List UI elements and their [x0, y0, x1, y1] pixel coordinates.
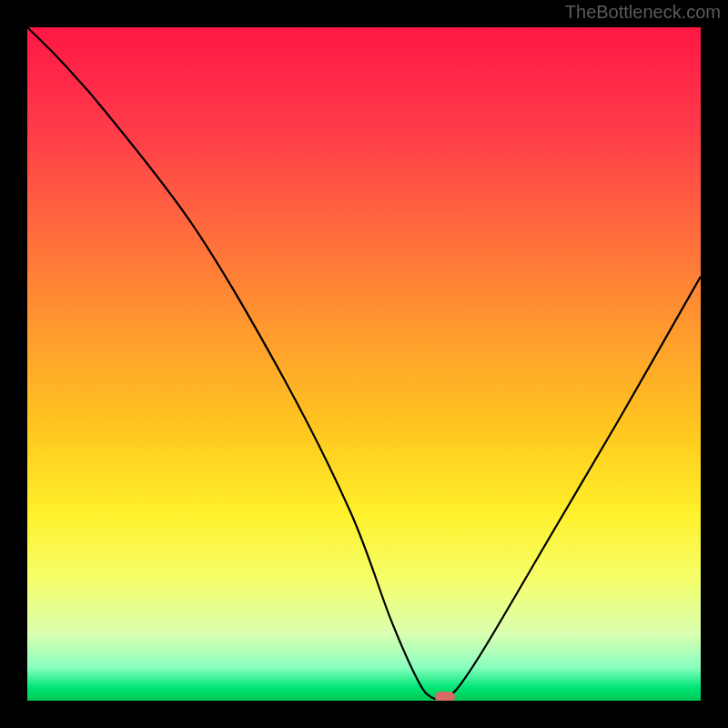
bottleneck-curve: [27, 27, 701, 701]
optimal-marker: [435, 692, 455, 701]
plot-area: [27, 27, 701, 701]
watermark-text: TheBottleneck.com: [565, 2, 721, 23]
